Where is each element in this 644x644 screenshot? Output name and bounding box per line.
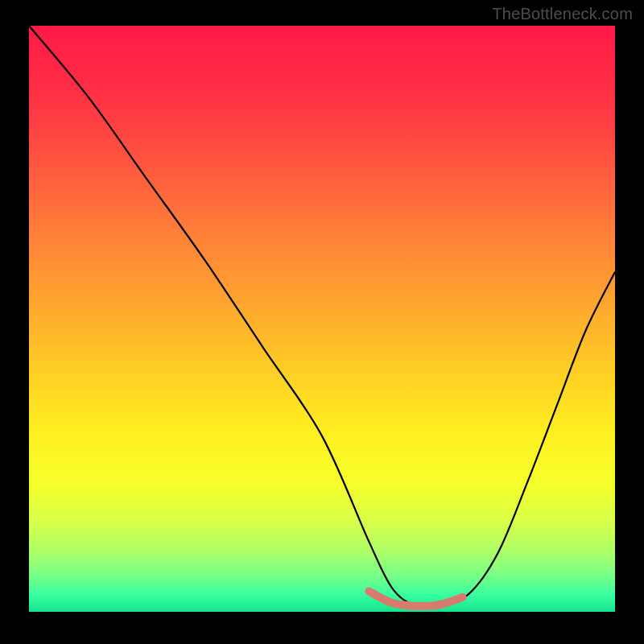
gradient-background bbox=[29, 26, 615, 612]
bottleneck-chart bbox=[0, 0, 644, 644]
watermark-text: TheBottleneck.com bbox=[492, 5, 633, 23]
chart-frame: TheBottleneck.com bbox=[0, 0, 644, 644]
